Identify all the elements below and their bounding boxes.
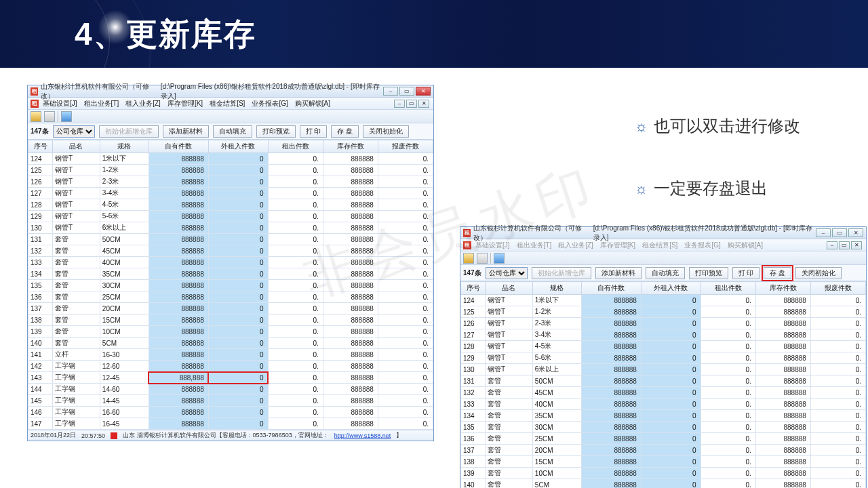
menu-item[interactable]: 租入业务[Z]: [558, 241, 593, 250]
table-row[interactable]: 131套管50CM88888800.8888880.: [28, 234, 433, 245]
table-row[interactable]: 127钢管T3-4米88888800.8888880.: [28, 188, 433, 199]
menu-item[interactable]: 租金结算[S]: [210, 99, 245, 108]
print-preview-button[interactable]: 打印预览: [256, 125, 296, 138]
table-row[interactable]: 138套管15CM88888800.8888880.: [28, 314, 433, 326]
table-row[interactable]: 126钢管T2-3米88888800.8888880.: [28, 176, 433, 188]
col-header[interactable]: 自有件数: [149, 140, 208, 153]
col-header[interactable]: 外租入件数: [208, 140, 268, 153]
col-header[interactable]: 外租入件数: [641, 282, 701, 295]
menu-item[interactable]: 业务报表[G]: [684, 241, 720, 250]
close-init-button[interactable]: 关闭初始化: [363, 125, 409, 138]
col-header[interactable]: 库存件数: [755, 282, 810, 295]
init-warehouse-button[interactable]: 初始化新增仓库: [99, 125, 159, 138]
mdi-minimize-button[interactable]: –: [827, 241, 837, 249]
table-row[interactable]: 124钢管T1米以下88888800.8888880.: [28, 153, 433, 165]
mdi-restore-button[interactable]: ▭: [406, 100, 417, 108]
col-header[interactable]: 规格: [532, 282, 581, 295]
table-row[interactable]: 135套管30CM88888800.8888880.: [461, 422, 866, 433]
col-header[interactable]: 租出件数: [268, 140, 323, 153]
menu-item[interactable]: 库存管理[K]: [167, 99, 203, 108]
table-row[interactable]: 147工字钢16-4588888800.8888880.: [28, 418, 433, 430]
menu-item[interactable]: 库存管理[K]: [600, 241, 635, 250]
table-row[interactable]: 142工字钢12-6088888800.8888880.: [28, 361, 433, 372]
table-row[interactable]: 126钢管T2-3米88888800.8888880.: [461, 318, 866, 329]
warehouse-select[interactable]: 公司仓库: [486, 267, 528, 279]
table-row[interactable]: 139套管10CM88888800.8888880.: [28, 326, 433, 338]
table-row[interactable]: 131套管50CM88888800.8888880.: [461, 375, 866, 387]
mdi-restore-button[interactable]: ▭: [839, 241, 850, 249]
col-header[interactable]: 报废件数: [810, 282, 865, 295]
menu-item[interactable]: 购买解锁[A]: [728, 241, 763, 250]
init-warehouse-button[interactable]: 初始化新增仓库: [532, 267, 591, 279]
table-row[interactable]: 133套管40CM88888800.8888880.: [461, 399, 866, 410]
minimize-button[interactable]: –: [383, 87, 398, 96]
menu-item[interactable]: 业务报表[G]: [252, 99, 288, 108]
table-row[interactable]: 132套管45CM88888800.8888880.: [28, 245, 433, 257]
menu-item[interactable]: 租出业务[T]: [517, 241, 552, 250]
table-row[interactable]: 146工字钢16-6088888800.8888880.: [28, 407, 433, 418]
toolbar-button[interactable]: [477, 253, 488, 264]
table-row[interactable]: 127钢管T3-4米88888800.8888880.: [461, 329, 866, 341]
close-button[interactable]: ✕: [416, 87, 431, 96]
table-row[interactable]: 143工字钢12-45888,88800.8888880.: [28, 372, 433, 384]
table-row[interactable]: 138套管15CM88888800.8888880.: [461, 456, 866, 468]
table-row[interactable]: 137套管20CM88888800.8888880.: [28, 303, 433, 314]
close-init-button[interactable]: 关闭初始化: [795, 267, 842, 279]
maximize-button[interactable]: ▭: [832, 228, 847, 237]
menu-item[interactable]: 购买解锁[A]: [295, 99, 330, 108]
exit-icon[interactable]: [494, 253, 505, 264]
table-row[interactable]: 136套管25CM88888800.8888880.: [461, 433, 866, 445]
table-row[interactable]: 144工字钢14-6088888800.8888880.: [28, 384, 433, 395]
menu-item[interactable]: 租出业务[T]: [84, 99, 119, 108]
autofill-button[interactable]: 自动填充: [213, 125, 252, 138]
col-header[interactable]: 序号: [28, 140, 53, 153]
table-row[interactable]: 128钢管T4-5米88888800.8888880.: [28, 199, 433, 211]
col-header[interactable]: 品名: [486, 282, 533, 295]
minimize-button[interactable]: –: [816, 228, 831, 237]
table-row[interactable]: 141立杆16-3088888800.8888880.: [28, 349, 433, 361]
col-header[interactable]: 序号: [461, 282, 486, 295]
table-row[interactable]: 129钢管T5-6米88888800.8888880.: [28, 211, 433, 222]
table-row[interactable]: 130钢管T6米以上88888800.8888880.: [461, 364, 866, 375]
mdi-close-button[interactable]: ✕: [851, 241, 862, 249]
save-button[interactable]: 存 盘: [764, 267, 791, 279]
exit-icon[interactable]: [61, 111, 72, 122]
table-row[interactable]: 132套管45CM88888800.8888880.: [461, 387, 866, 399]
toolbar-button[interactable]: [31, 111, 41, 122]
table-row[interactable]: 145工字钢14-4588888800.8888880.: [28, 395, 433, 407]
mdi-minimize-button[interactable]: –: [394, 100, 405, 108]
titlebar[interactable]: 租 山东银杉计算机软件有限公司（可修改） [d:\Program Files (…: [460, 227, 866, 239]
col-header[interactable]: 品名: [53, 140, 100, 153]
col-header[interactable]: 自有件数: [581, 282, 641, 295]
close-button[interactable]: ✕: [848, 228, 863, 237]
table-row[interactable]: 134套管35CM88888800.8888880.: [28, 268, 433, 280]
data-grid[interactable]: 序号 品名 规格 自有件数 外租入件数 租出件数 库存件数 报废件数 124钢管…: [28, 140, 433, 430]
table-row[interactable]: 133套管40CM88888800.8888880.: [28, 257, 433, 268]
table-row[interactable]: 137套管20CM88888800.8888880.: [461, 445, 866, 456]
table-row[interactable]: 125钢管T1-2米88888800.8888880.: [461, 306, 866, 318]
autofill-button[interactable]: 自动填充: [646, 267, 685, 279]
titlebar[interactable]: 租 山东银杉计算机软件有限公司（可修改） [d:\Program Files (…: [28, 85, 433, 98]
table-row[interactable]: 128钢管T4-5米88888800.8888880.: [461, 341, 866, 352]
website-link[interactable]: http://www.s1588.net: [334, 432, 391, 439]
maximize-button[interactable]: ▭: [399, 87, 414, 96]
warehouse-select[interactable]: 公司仓库: [53, 125, 95, 138]
table-row[interactable]: 134套管35CM88888800.8888880.: [461, 410, 866, 422]
add-material-button[interactable]: 添加新材料: [163, 125, 209, 138]
data-grid[interactable]: 序号 品名 规格 自有件数 外租入件数 租出件数 库存件数 报废件数 124钢管…: [460, 281, 866, 488]
add-material-button[interactable]: 添加新材料: [595, 267, 642, 279]
toolbar-button[interactable]: [44, 111, 55, 122]
table-row[interactable]: 135套管30CM88888800.8888880.: [28, 280, 433, 291]
table-row[interactable]: 125钢管T1-2米88888800.8888880.: [28, 165, 433, 176]
table-row[interactable]: 130钢管T6米以上88888800.8888880.: [28, 222, 433, 234]
col-header[interactable]: 规格: [100, 140, 149, 153]
table-row[interactable]: 136套管25CM88888800.8888880.: [28, 291, 433, 303]
menu-item[interactable]: 租入业务[Z]: [125, 99, 161, 108]
menu-item[interactable]: 基础设置[J]: [475, 241, 510, 250]
menu-item[interactable]: 租金结算[S]: [642, 241, 677, 250]
table-row[interactable]: 140套管5CM88888800.8888880.: [461, 479, 866, 489]
print-button[interactable]: 打 印: [732, 267, 760, 279]
table-row[interactable]: 124钢管T1米以下88888800.8888880.: [461, 295, 866, 306]
print-button[interactable]: 打 印: [300, 125, 328, 138]
save-button[interactable]: 存 盘: [331, 125, 359, 138]
